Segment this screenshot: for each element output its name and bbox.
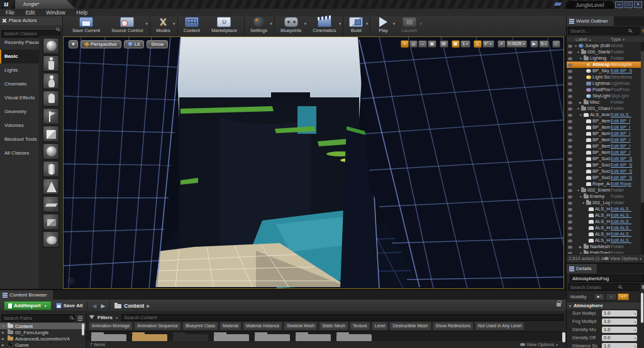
visibility-eye-icon[interactable] xyxy=(568,145,572,148)
visibility-eye-icon[interactable] xyxy=(568,70,572,73)
actor-name-input[interactable] xyxy=(570,275,644,282)
mobility-segment-button[interactable]: + ! xyxy=(618,293,629,300)
actor-type[interactable]: Folder xyxy=(611,193,641,200)
asset-folder-thumbnail[interactable] xyxy=(255,334,290,341)
transform-tool-button[interactable]: ◎ xyxy=(409,40,418,48)
actor-type[interactable]: Edit BP_S xyxy=(611,156,641,162)
toolbar-button[interactable]: Marketplace xyxy=(206,16,243,36)
outliner-row[interactable]: BP_Socket Edit BP_S xyxy=(567,175,641,181)
chevron-down-icon[interactable]: ▼ xyxy=(269,22,273,26)
actor-type[interactable]: Edit ALS_ xyxy=(611,219,641,225)
details-scrollbar[interactable] xyxy=(641,293,643,323)
outliner-row[interactable]: SkyLight SkyLight xyxy=(567,93,641,99)
category-item[interactable]: Geometry xyxy=(0,105,39,119)
actor-type[interactable]: Edit BP_I xyxy=(611,131,641,137)
transform-tool-button[interactable]: 0.0625▼ xyxy=(506,40,527,48)
outliner-row[interactable]: 000_StarterCo Folder xyxy=(567,49,641,55)
tab-details[interactable]: Details xyxy=(567,264,597,273)
outliner-row[interactable]: NavMeshes Folder xyxy=(567,244,641,250)
outliner-row[interactable]: BP_Items_ Edit BP_I xyxy=(567,124,641,131)
outliner-row[interactable]: BP_Items_ Edit BP_I xyxy=(567,137,641,143)
toolbar-button[interactable]: Launch ▼ xyxy=(396,16,423,36)
category-item[interactable]: Visual Effects xyxy=(0,91,39,105)
outliner-row[interactable]: PostProce PostProc xyxy=(567,87,641,93)
perspective-button[interactable]: Perspective xyxy=(80,40,121,48)
outliner-row[interactable]: Rope_Acto Edit Rope xyxy=(567,181,641,187)
asset-filter-chip[interactable]: Show Redirectors xyxy=(433,322,473,330)
visibility-eye-icon[interactable] xyxy=(568,114,572,117)
palette-actor-thumbnail[interactable] xyxy=(43,161,59,177)
actor-type[interactable]: Edit ALS_ xyxy=(611,237,641,244)
view-options-button[interactable]: View Options xyxy=(526,342,554,347)
actor-type[interactable]: PostProc xyxy=(611,87,641,93)
asset-folder-thumbnail[interactable] xyxy=(173,334,208,341)
actor-type[interactable]: Edit Rope xyxy=(611,181,641,187)
outliner-row[interactable]: ALS_Hu Edit ALS_ xyxy=(567,212,641,219)
outliner-row[interactable]: BP_Socket Edit BP_S xyxy=(567,156,641,162)
level-tab[interactable]: Jungle* xyxy=(15,0,75,9)
mobility-segment-button[interactable]: ↕ xyxy=(606,293,617,300)
add-filter-icon[interactable]: + xyxy=(641,27,644,35)
viewport-options-button[interactable]: ▼ xyxy=(69,40,78,48)
sources-list-icon[interactable] xyxy=(76,314,84,322)
minimize-button[interactable]: – xyxy=(615,1,623,8)
property-value-input[interactable]: 1.0 xyxy=(602,327,637,333)
transform-tool-button[interactable]: △ xyxy=(474,40,482,48)
actor-type[interactable]: Atmosphe xyxy=(611,62,641,68)
column-type[interactable]: Type ▼ xyxy=(611,36,625,43)
asset-filter-chip[interactable]: Static Mesh xyxy=(319,322,348,330)
save-all-button[interactable]: Save All xyxy=(56,303,83,308)
asset-filter-chip[interactable]: Not Used In Any Level xyxy=(475,322,524,330)
visibility-eye-icon[interactable] xyxy=(568,164,572,167)
visibility-eye-icon[interactable] xyxy=(568,101,572,104)
palette-actor-thumbnail[interactable] xyxy=(43,108,59,124)
actor-type[interactable]: Folder xyxy=(611,106,641,112)
visibility-eye-icon[interactable] xyxy=(568,139,572,142)
menu-item[interactable]: Edit xyxy=(20,9,41,16)
mobility-segment-button[interactable]: ■ ! xyxy=(594,293,605,300)
transform-tool-button[interactable]: ▦ xyxy=(452,40,460,48)
toolbar-button[interactable]: Settings ▼ xyxy=(244,16,273,36)
outliner-row[interactable]: BP_Items_ Edit BP_I xyxy=(567,150,641,156)
chevron-down-icon[interactable]: ▼ xyxy=(145,22,148,26)
outliner-row[interactable]: Enemy Folder xyxy=(567,193,641,200)
asset-folder-thumbnail[interactable] xyxy=(336,334,372,341)
expander-icon[interactable] xyxy=(577,106,581,112)
expander-icon[interactable] xyxy=(579,55,584,62)
chevron-down-icon[interactable]: ▼ xyxy=(365,22,369,26)
outliner-scrollbar[interactable] xyxy=(641,43,644,254)
visibility-eye-icon[interactable] xyxy=(568,183,572,186)
palette-actor-thumbnail[interactable] xyxy=(43,178,59,195)
add-import-button[interactable]: Add/Import ▼ xyxy=(4,301,52,310)
actor-type[interactable]: Folder xyxy=(611,200,641,206)
transform-tool-button[interactable]: 5▼ xyxy=(539,40,549,48)
expander-icon[interactable] xyxy=(2,330,6,334)
toolbar-button[interactable]: Save Current xyxy=(67,16,106,36)
expander-icon[interactable] xyxy=(2,337,6,340)
transform-tool-button[interactable]: 1▼ xyxy=(460,40,470,48)
visibility-eye-icon[interactable] xyxy=(568,57,572,60)
transform-tool-button[interactable]: ▣ xyxy=(428,40,436,48)
property-value-input[interactable]: 1.0 xyxy=(602,318,637,325)
palette-actor-thumbnail[interactable] xyxy=(43,73,59,89)
toolbar-button[interactable]: Content xyxy=(177,16,206,36)
outliner-row[interactable]: BP_Items_ Edit BP_I xyxy=(567,131,641,137)
visibility-eye-icon[interactable] xyxy=(568,214,572,217)
asset-grid[interactable] xyxy=(87,331,562,341)
transform-tool-button[interactable]: ▤ xyxy=(440,40,448,48)
outliner-row[interactable]: Atmosphe Atmosphe xyxy=(567,62,641,68)
actor-type[interactable]: Lightmas xyxy=(611,80,641,87)
outliner-row[interactable]: ALS_Hu Edit ALS_ xyxy=(567,206,641,212)
folder-tree-row[interactable]: Content xyxy=(0,323,86,329)
actor-type[interactable]: Edit BP_I xyxy=(611,118,641,124)
actor-type[interactable]: Edit ALS_ xyxy=(611,212,641,219)
property-value-input[interactable]: 1.0 xyxy=(602,310,637,317)
outliner-row[interactable]: ALS_AnimM Edit ALS_ xyxy=(567,112,641,118)
category-item[interactable]: Recently Placed xyxy=(0,36,39,50)
palette-actor-thumbnail[interactable] xyxy=(43,126,59,142)
asset-filter-chip[interactable]: Destructible Mesh xyxy=(390,322,430,330)
transform-tool-button[interactable]: ▶ xyxy=(530,40,538,48)
asset-filter-chip[interactable]: Material xyxy=(220,322,241,330)
search-paths-input[interactable] xyxy=(1,314,75,322)
visibility-eye-icon[interactable] xyxy=(568,170,572,173)
